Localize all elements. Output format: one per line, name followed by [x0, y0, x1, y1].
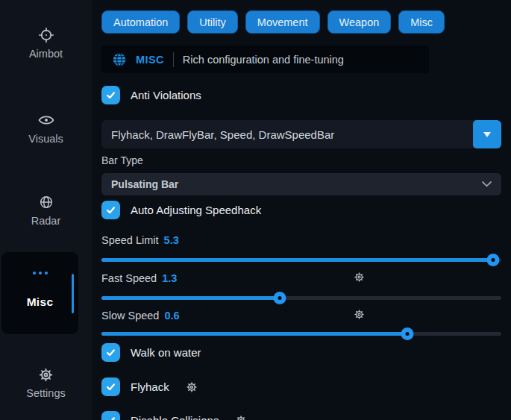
chevron-down-icon — [482, 181, 492, 187]
sidebar-item-settings[interactable]: Settings — [0, 367, 92, 399]
gear-icon — [38, 367, 54, 383]
slider-handle[interactable] — [273, 292, 286, 304]
section-header: MISC Rich configuration and fine-tuning — [101, 46, 429, 73]
globe-icon — [38, 194, 54, 210]
slider-value: 5.3 — [164, 233, 179, 247]
bar-type-label: Bar Type — [101, 154, 501, 166]
crosshair-icon — [38, 27, 54, 43]
bar-type-select[interactable]: Pulsating Bar — [101, 173, 501, 195]
slider-handle[interactable] — [401, 327, 414, 340]
checkbox-checked[interactable] — [101, 411, 120, 420]
select-value: Pulsating Bar — [111, 178, 178, 190]
gear-icon[interactable] — [186, 381, 198, 393]
globe-icon — [112, 52, 127, 67]
sidebar-item-label: Aimbot — [29, 48, 63, 60]
slider-name: Speed Limit — [101, 233, 159, 247]
slider-value: 1.3 — [162, 272, 177, 285]
toggle-label: Anti Violations — [131, 89, 201, 101]
toggle-walk-on-water[interactable]: Walk on water — [101, 343, 501, 362]
bar-multiselect-field[interactable]: Flyhack, DrawFlyBar, Speed, DrawSpeedBar — [101, 120, 501, 148]
checkbox-checked[interactable] — [101, 86, 120, 104]
slider-name: Slow Speed — [101, 309, 159, 322]
toggle-flyhack[interactable]: Flyhack — [101, 377, 501, 396]
tab-misc[interactable]: Misc — [398, 10, 445, 34]
slider-name: Fast Speed — [101, 272, 157, 285]
toggle-label: Auto Adjusting Speedhack — [131, 204, 261, 216]
speed-limit-slider[interactable] — [101, 254, 501, 266]
toggle-anti-violations[interactable]: Anti Violations — [101, 86, 501, 104]
sidebar-item-misc-selected[interactable]: Misc — [1, 252, 78, 334]
slow-speed-slider[interactable] — [101, 327, 501, 340]
slider-fill — [101, 258, 493, 262]
slider-label-row: Slow Speed 0.6 — [101, 309, 501, 322]
sidebar-item-label: Visuals — [28, 133, 63, 145]
slider-fill — [101, 296, 280, 300]
gear-icon[interactable] — [235, 415, 247, 420]
sidebar-item-label: Radar — [31, 215, 61, 227]
checkbox-checked[interactable] — [101, 377, 120, 396]
gear-icon[interactable] — [354, 309, 365, 320]
checkbox-checked[interactable] — [101, 343, 120, 362]
active-indicator-bar — [72, 274, 74, 313]
ellipsis-icon — [1, 272, 78, 275]
sidebar-item-label: Settings — [26, 387, 65, 399]
multiselect-value: Flyhack, DrawFlyBar, Speed, DrawSpeedBar — [101, 128, 370, 141]
toggle-label: Disable Collisions — [131, 414, 219, 420]
gear-icon[interactable] — [354, 272, 365, 283]
fast-speed-slider[interactable] — [101, 292, 501, 304]
sidebar-item-visuals[interactable]: Visuals — [0, 112, 92, 145]
checkbox-checked[interactable] — [101, 201, 120, 219]
sidebar-item-radar[interactable]: Radar — [0, 194, 92, 227]
tab-automation[interactable]: Automation — [101, 10, 180, 34]
sidebar: Aimbot Visuals Radar Misc — [0, 0, 92, 420]
toggle-label: Flyhack — [131, 380, 169, 393]
slider-value: 0.6 — [164, 309, 179, 322]
sidebar-item-label: Misc — [1, 295, 78, 309]
tab-utility[interactable]: Utility — [187, 10, 237, 34]
tab-weapon[interactable]: Weapon — [327, 10, 392, 34]
section-subtitle: Rich configuration and fine-tuning — [183, 54, 344, 66]
dropdown-open-button[interactable] — [473, 120, 501, 148]
toggle-label: Walk on water — [131, 346, 201, 359]
slider-handle[interactable] — [487, 254, 500, 266]
toggle-auto-adjusting-speedhack[interactable]: Auto Adjusting Speedhack — [101, 201, 501, 219]
section-title: MISC — [136, 54, 164, 66]
triangle-down-icon — [482, 130, 492, 139]
category-tabs: Automation Utility Movement Weapon Misc — [101, 10, 501, 34]
slider-fill — [101, 332, 407, 336]
tab-movement[interactable]: Movement — [245, 10, 320, 34]
slider-label-row: Speed Limit 5.3 — [101, 233, 501, 247]
content-panel: Automation Utility Movement Weapon Misc … — [92, 0, 511, 420]
slider-label-row: Fast Speed 1.3 — [101, 272, 501, 285]
toggle-disable-collisions[interactable]: Disable Collisions — [101, 411, 501, 420]
sidebar-item-aimbot[interactable]: Aimbot — [0, 27, 92, 60]
eye-icon — [38, 112, 54, 128]
divider — [173, 52, 174, 67]
